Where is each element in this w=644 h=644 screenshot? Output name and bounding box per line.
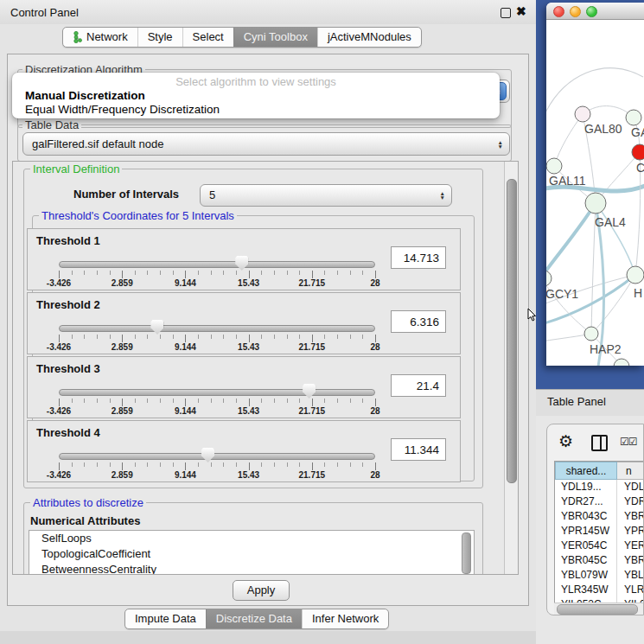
tick-mark [135,399,136,403]
table-row[interactable]: YBR043CYBR0 [555,509,643,524]
network-node[interactable] [546,158,562,174]
slider-track[interactable] [59,261,375,268]
table-cell[interactable]: YLR345W [555,583,617,597]
close-traffic-light-icon[interactable] [553,6,564,17]
slider-track[interactable] [59,389,375,396]
columns-icon[interactable] [591,435,608,451]
number-of-intervals-combobox[interactable]: 5 ▲▼ [200,184,452,207]
table-cell[interactable]: YBR043C [555,509,617,524]
network-edge[interactable] [546,203,596,277]
popup-item-manual-discretization[interactable]: Manual Discretization [25,89,145,102]
table-data-combobox[interactable]: galFiltered.sif default node ▲▼ [22,132,510,156]
tick-mark [211,335,212,339]
tab-jactivemnodules[interactable]: jActiveMNodules [317,28,421,47]
table-cell[interactable]: YPR145W [555,524,617,539]
gear-icon[interactable]: ⚙ [558,431,573,451]
table-cell[interactable]: YBL0 [617,568,643,583]
tick-mark [147,399,148,403]
combo-stepper-icon[interactable]: ▲▼ [498,140,503,149]
threshold-3-value-field[interactable]: 21.4 [391,374,446,397]
vertical-scrollbar[interactable] [504,162,518,574]
table-row[interactable]: YDL19...YDL1 [555,480,643,494]
table-row[interactable]: YBL079WYBL0 [555,568,643,583]
network-node[interactable] [546,271,552,286]
tab-infer-network[interactable]: Infer Network [302,609,388,628]
network-edge[interactable] [591,275,635,334]
combo-stepper-icon[interactable]: ▲▼ [440,191,445,200]
list-scrollbar[interactable] [462,532,471,574]
tab-discretize-data[interactable]: Discretize Data [206,609,302,628]
table-cell[interactable]: YDR27... [555,494,617,509]
slider-thumb[interactable] [201,448,214,462]
tab-network[interactable]: Network [63,28,137,47]
slider-tick-labels: -3.4262.8599.14415.4321.71528 [59,278,375,289]
table-cell[interactable]: YPR1 [617,524,643,539]
table-cell[interactable]: YER0 [617,539,643,553]
tab-cyni-toolbox[interactable]: Cyni Toolbox [233,28,317,47]
threshold-1-value-field[interactable]: 14.713 [391,246,446,269]
zoom-traffic-light-icon[interactable] [586,6,597,17]
table-row[interactable]: YBR045CYBR0 [555,553,643,568]
tick-mark [59,335,60,342]
attribute-item[interactable]: SelfLoops [29,531,474,546]
network-edge[interactable] [546,277,591,334]
attribute-item[interactable]: BetweennessCentrality [29,562,474,575]
network-node[interactable] [585,193,606,214]
network-canvas[interactable]: GAL80GACGAL11GAL4GCY1HHAP2 [546,20,644,366]
threshold-2-slider[interactable]: -3.4262.8599.14415.4321.71528 [59,324,375,350]
close-icon[interactable]: ✖ [516,4,526,18]
threshold-4-slider[interactable]: -3.4262.8599.14415.4321.71528 [59,452,375,478]
slider-track[interactable] [59,453,375,460]
network-node[interactable] [575,106,590,122]
select-columns-icon[interactable]: ☑☑ [620,436,637,448]
thresholds-group-label: Threshold's Coordinates for 5 Intervals [39,209,237,222]
slider-thumb[interactable] [150,320,163,335]
table-cell[interactable]: YLR3 [617,583,643,597]
table-cell[interactable]: YBL079W [555,568,617,583]
network-icon [73,31,82,43]
table-cell[interactable]: YBR0 [617,553,643,568]
network-node[interactable] [632,144,644,160]
column-header-shared-name[interactable]: shared... [555,462,617,480]
tick-label: 15.43 [238,278,259,288]
network-edge[interactable] [554,114,583,166]
popup-item-equal-width-frequency[interactable]: Equal Width/Frequency Discretization [25,103,220,116]
threshold-3-slider[interactable]: -3.4262.8599.14415.4321.71528 [59,388,375,414]
network-node[interactable] [627,266,644,284]
table-cell[interactable]: YDR2 [617,494,643,509]
numerical-attributes-list[interactable]: SelfLoopsTopologicalCoefficientBetweenne… [29,530,475,575]
table-row[interactable]: YDR27...YDR2 [555,494,643,509]
threshold-2-value-field[interactable]: 6.316 [391,310,446,333]
table-row[interactable]: YLR345WYLR3 [555,583,643,597]
table-row[interactable]: YER054CYER0 [555,539,643,553]
network-node[interactable] [626,110,641,125]
float-window-icon[interactable] [501,8,511,18]
table-cell[interactable]: YDL19... [555,480,617,494]
tick-mark [160,335,161,339]
column-header-name[interactable]: n [617,462,643,480]
tick-mark [261,462,262,467]
node-table-container: ⚙ ☑☑ shared... n YDL19...YDL1YDR27...YDR… [546,424,644,615]
table-cell[interactable]: YER054C [555,539,617,553]
threshold-1-slider[interactable]: -3.4262.8599.14415.4321.71528 [59,260,375,286]
network-window-titlebar[interactable] [546,3,644,20]
table-cell[interactable]: YBR045C [555,553,617,568]
scrollbar-thumb[interactable] [557,604,638,615]
horizontal-scrollbar[interactable] [554,603,643,615]
attribute-item[interactable]: TopologicalCoefficient [29,546,474,562]
table-row[interactable]: YPR145WYPR1 [555,524,643,539]
minimize-traffic-light-icon[interactable] [570,6,581,17]
tick-mark [274,462,275,467]
network-node[interactable] [584,327,598,341]
scrollbar-thumb[interactable] [507,179,517,483]
slider-thumb[interactable] [303,384,316,399]
apply-button[interactable]: Apply [233,580,290,601]
tab-select[interactable]: Select [182,28,233,47]
table-cell[interactable]: YBR0 [617,509,643,524]
slider-thumb[interactable] [235,256,248,271]
slider-track[interactable] [59,325,375,332]
tab-style[interactable]: Style [137,28,182,47]
tab-impute-data[interactable]: Impute Data [125,609,206,628]
threshold-4-value-field[interactable]: 11.344 [391,438,446,461]
table-cell[interactable]: YDL1 [617,480,643,494]
